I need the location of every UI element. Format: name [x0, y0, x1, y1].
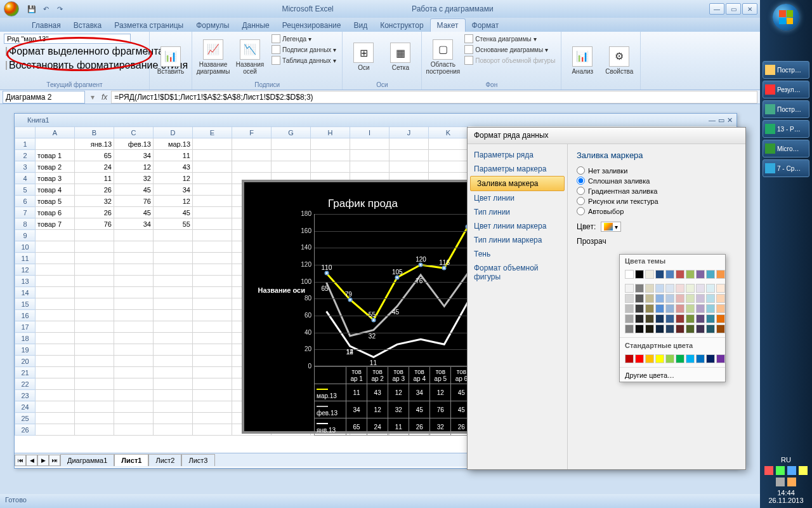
more-colors-item[interactable]: Другие цвета…: [620, 369, 725, 382]
fill-radio[interactable]: Автовыбор: [577, 207, 737, 215]
color-swatch[interactable]: [676, 314, 684, 323]
sheet-tab-Лист3[interactable]: Лист3: [181, 454, 214, 466]
color-swatch[interactable]: [625, 314, 634, 323]
color-swatch[interactable]: [655, 304, 664, 313]
color-swatch[interactable]: [635, 270, 644, 279]
gridlines-button[interactable]: ▦Сетка: [383, 34, 417, 80]
sheet-tab-Лист2[interactable]: Лист2: [148, 454, 181, 466]
color-swatch[interactable]: [655, 324, 664, 333]
color-swatch[interactable]: [696, 324, 705, 333]
color-swatch[interactable]: [686, 324, 695, 333]
tab-Главная[interactable]: Главная: [25, 19, 67, 32]
color-swatch[interactable]: [625, 270, 634, 279]
color-swatch[interactable]: [635, 304, 644, 313]
properties-button[interactable]: ⚙Свойства: [602, 34, 636, 87]
chart-element-select[interactable]: Ряд "мар.13": [4, 34, 131, 44]
color-swatch[interactable]: [655, 354, 664, 363]
data-labels-button[interactable]: Подписи данных ▾: [270, 44, 338, 55]
tray-icon[interactable]: [787, 466, 796, 475]
dialog-nav-item[interactable]: Цвет линии маркера: [468, 219, 567, 233]
color-swatch[interactable]: [625, 304, 634, 313]
clock-time[interactable]: 14:44: [760, 489, 812, 497]
close-button[interactable]: ✕: [742, 3, 757, 15]
chart-wall-button[interactable]: Стенка диаграммы ▾: [462, 34, 557, 44]
axis-titles-button[interactable]: 📉Названия осей: [233, 34, 267, 80]
fill-radio[interactable]: Рисунок или текстура: [577, 197, 737, 205]
dialog-nav-item[interactable]: Тень: [468, 247, 567, 261]
fill-radio[interactable]: Сплошная заливка: [577, 177, 737, 185]
chart-object[interactable]: График прода Название оси 11079551051201…: [242, 180, 484, 434]
dialog-nav-item[interactable]: Заливка маркера: [470, 176, 565, 191]
tab-Конструктор[interactable]: Конструктор: [374, 19, 429, 32]
chart-title-button[interactable]: 📈Название диаграммы: [196, 34, 230, 80]
color-swatch[interactable]: [645, 294, 654, 303]
color-swatch[interactable]: [686, 354, 695, 363]
sheet-tab-Лист1[interactable]: Лист1: [114, 454, 148, 466]
color-swatch[interactable]: [696, 270, 705, 279]
color-swatch[interactable]: [716, 324, 725, 333]
color-swatch[interactable]: [706, 304, 715, 313]
color-picker-button[interactable]: ▾: [601, 222, 621, 232]
last-sheet-button[interactable]: ⏭: [49, 455, 60, 466]
color-swatch[interactable]: [676, 324, 684, 333]
taskbar-item[interactable]: 7 - Ср…: [763, 159, 809, 177]
color-swatch[interactable]: [696, 354, 705, 363]
color-swatch[interactable]: [645, 304, 654, 313]
lang-indicator[interactable]: RU: [760, 456, 812, 464]
color-swatch[interactable]: [686, 304, 695, 313]
color-swatch[interactable]: [676, 284, 684, 293]
start-button[interactable]: [773, 4, 799, 30]
color-swatch[interactable]: [665, 304, 674, 313]
color-swatch[interactable]: [686, 294, 695, 303]
color-swatch[interactable]: [686, 284, 695, 293]
color-swatch[interactable]: [645, 270, 654, 279]
color-swatch[interactable]: [635, 354, 644, 363]
dialog-nav-item[interactable]: Формат объемной фигуры: [468, 261, 567, 284]
tray-icon[interactable]: [764, 466, 773, 475]
color-swatch[interactable]: [625, 294, 634, 303]
formula-input[interactable]: =РЯД(Лист1!$D$1;Лист1!$A$2:$A$8;Лист1!$D…: [111, 91, 757, 104]
color-swatch[interactable]: [665, 354, 674, 363]
wb-close[interactable]: ✕: [727, 116, 733, 124]
color-swatch[interactable]: [716, 314, 725, 323]
dialog-nav-item[interactable]: Тип линии маркера: [468, 233, 567, 247]
office-button[interactable]: [0, 0, 23, 18]
taskbar-item[interactable]: Micro…: [763, 140, 809, 157]
color-swatch[interactable]: [625, 284, 634, 293]
color-swatch[interactable]: [676, 354, 684, 363]
sheet-tab-Диаграмма1[interactable]: Диаграмма1: [60, 454, 114, 466]
color-swatch[interactable]: [676, 304, 684, 313]
color-swatch[interactable]: [696, 314, 705, 323]
color-swatch[interactable]: [665, 324, 674, 333]
tray-icon[interactable]: [776, 478, 785, 486]
dialog-nav-item[interactable]: Цвет линии: [468, 191, 567, 205]
color-swatch[interactable]: [686, 314, 695, 323]
color-swatch[interactable]: [665, 294, 674, 303]
plot-area-button[interactable]: ▢Область построения: [426, 34, 460, 80]
tab-Вид[interactable]: Вид: [347, 19, 374, 32]
color-swatch[interactable]: [645, 354, 654, 363]
data-table-button[interactable]: Таблица данных ▾: [270, 55, 338, 65]
taskbar-item[interactable]: Постр…: [763, 100, 809, 118]
color-swatch[interactable]: [655, 284, 664, 293]
taskbar-item[interactable]: 13 - Р…: [763, 120, 809, 138]
color-swatch[interactable]: [665, 314, 674, 323]
fx-icon[interactable]: fx: [98, 93, 111, 102]
color-swatch[interactable]: [635, 294, 644, 303]
minimize-button[interactable]: —: [709, 3, 724, 15]
color-swatch[interactable]: [706, 324, 715, 333]
tray-icon[interactable]: [776, 466, 785, 475]
color-swatch[interactable]: [635, 314, 644, 323]
color-swatch[interactable]: [655, 314, 664, 323]
restore-button[interactable]: ▭: [726, 3, 741, 15]
color-swatch[interactable]: [676, 294, 684, 303]
color-swatch[interactable]: [686, 270, 695, 279]
color-swatch[interactable]: [706, 314, 715, 323]
color-swatch[interactable]: [665, 284, 674, 293]
format-selection-button[interactable]: Формат выделенного фрагмента: [4, 45, 145, 58]
tab-Разметка страницы[interactable]: Разметка страницы: [108, 19, 190, 32]
color-swatch[interactable]: [696, 284, 705, 293]
reset-style-button[interactable]: Восстановить форматирование стиля: [4, 59, 145, 72]
name-box[interactable]: Диаграмма 2: [3, 91, 85, 104]
taskbar-item[interactable]: Постр…: [763, 61, 809, 79]
